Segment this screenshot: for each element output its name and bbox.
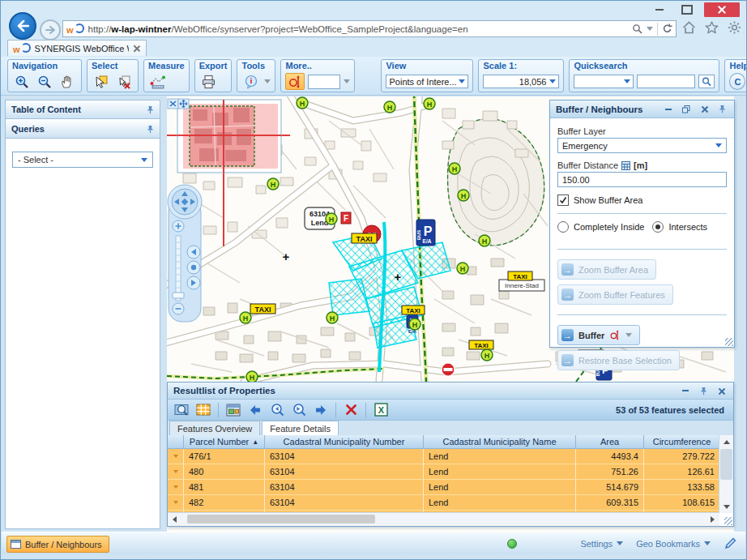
table-row[interactable]: 482 63104 Lend 609.315 108.615 bbox=[168, 495, 719, 511]
panel-restore-button[interactable] bbox=[680, 104, 693, 115]
column-header-area[interactable]: Area bbox=[576, 435, 644, 448]
history-forward-button[interactable] bbox=[187, 276, 200, 289]
horizontal-scrollbar[interactable] bbox=[168, 512, 719, 526]
table-row[interactable]: 481 63104 Lend 514.679 133.58 bbox=[168, 480, 719, 495]
row-expander[interactable] bbox=[168, 480, 184, 494]
panel-titlebar[interactable]: Buffer / Neighbours bbox=[550, 100, 734, 118]
zoom-next-button[interactable] bbox=[289, 401, 309, 418]
settings-menu[interactable]: Settings bbox=[580, 539, 623, 549]
panel-close-button[interactable] bbox=[715, 385, 728, 396]
zoom-to-selection-button[interactable] bbox=[172, 401, 191, 418]
column-header-cadastral-number[interactable]: Cadastral Municipality Number bbox=[265, 435, 424, 448]
forward-button[interactable] bbox=[40, 19, 61, 41]
redline-pencil-icon[interactable] bbox=[724, 536, 737, 550]
remove-selection-button[interactable] bbox=[341, 401, 361, 418]
select-features-button[interactable] bbox=[92, 73, 111, 90]
radio-unchecked-icon[interactable] bbox=[557, 221, 569, 233]
column-header-cadastral-name[interactable]: Cadastral Municipality Name bbox=[424, 435, 576, 448]
query-select-dropdown[interactable]: - Select - bbox=[12, 152, 153, 168]
row-expander[interactable] bbox=[168, 495, 184, 510]
panel-close-button[interactable] bbox=[698, 104, 711, 115]
history-home-button[interactable] bbox=[187, 261, 200, 274]
more-tool-input[interactable] bbox=[308, 75, 340, 89]
home-icon[interactable] bbox=[682, 21, 696, 34]
pan-button[interactable] bbox=[58, 73, 77, 90]
zoom-in-slider-button[interactable] bbox=[173, 220, 184, 232]
window-maximize-button[interactable] bbox=[675, 2, 699, 17]
panel-resize-grip[interactable] bbox=[724, 517, 732, 525]
quicksearch-go-button[interactable] bbox=[698, 75, 715, 88]
geo-bookmarks-menu[interactable]: Geo Bookmarks bbox=[636, 539, 711, 549]
zoom-buffer-area-button[interactable]: → Zoom Buffer Area bbox=[557, 259, 656, 280]
search-icon[interactable] bbox=[632, 24, 642, 34]
buffer-tool-button[interactable] bbox=[285, 73, 305, 90]
sidebar-item-queries[interactable]: Queries bbox=[6, 119, 160, 139]
overview-move-icon[interactable] bbox=[178, 99, 189, 109]
pin-icon[interactable] bbox=[147, 125, 154, 134]
previous-feature-button[interactable] bbox=[245, 401, 265, 418]
restore-base-selection-button[interactable]: → Restore Base Selection bbox=[557, 350, 680, 370]
overview-close-icon[interactable] bbox=[168, 99, 178, 109]
zoom-buffer-features-button[interactable]: → Zoom Buffer Features bbox=[557, 284, 673, 305]
calculator-icon[interactable] bbox=[621, 161, 630, 170]
tab-features-overview[interactable]: Features Overview bbox=[169, 421, 260, 435]
refresh-icon[interactable] bbox=[662, 24, 672, 34]
show-table-button[interactable] bbox=[194, 401, 213, 418]
zoom-out-slider-button[interactable] bbox=[173, 303, 184, 314]
radio-checked-icon[interactable] bbox=[652, 221, 664, 233]
info-tool-button[interactable]: i bbox=[241, 73, 261, 90]
tools-dropdown-icon[interactable] bbox=[264, 79, 271, 83]
window-close-button[interactable] bbox=[704, 2, 740, 17]
panel-minimize-button[interactable] bbox=[662, 104, 675, 115]
taskbar-buffer-neighbours-button[interactable]: Buffer / Neighbours bbox=[6, 536, 109, 553]
zoom-out-button[interactable] bbox=[35, 73, 54, 90]
export-excel-button[interactable]: X bbox=[371, 401, 391, 418]
zoom-slider-thumb[interactable] bbox=[173, 293, 184, 298]
table-row[interactable]: 480 63104 Lend 751.26 126.61 bbox=[168, 464, 719, 480]
back-button[interactable] bbox=[9, 12, 36, 40]
search-dropdown-icon[interactable] bbox=[647, 27, 653, 31]
measure-button[interactable] bbox=[148, 73, 168, 90]
panel-titlebar[interactable]: Resultlist of Properties bbox=[168, 383, 733, 400]
compass-pan-control[interactable] bbox=[172, 189, 198, 215]
buffer-layer-dropdown[interactable]: Emergency bbox=[557, 138, 727, 153]
feature-form-button[interactable] bbox=[224, 401, 243, 418]
scroll-left-button[interactable] bbox=[168, 513, 181, 526]
intersects-label[interactable]: Intersects bbox=[668, 222, 707, 232]
zoom-previous-button[interactable] bbox=[267, 401, 287, 418]
panel-minimize-button[interactable] bbox=[679, 385, 692, 396]
favorites-star-icon[interactable] bbox=[705, 21, 719, 34]
zoom-in-button[interactable] bbox=[12, 73, 32, 90]
quicksearch-input[interactable] bbox=[637, 75, 695, 88]
column-header-circumference[interactable]: Circumference bbox=[644, 435, 719, 448]
window-minimize-button[interactable] bbox=[647, 2, 672, 17]
print-button[interactable] bbox=[199, 73, 219, 90]
quicksearch-dropdown[interactable] bbox=[574, 75, 634, 88]
vertical-scrollbar[interactable] bbox=[719, 435, 733, 513]
next-feature-button[interactable] bbox=[311, 401, 331, 418]
column-header-parcel-number[interactable]: Parcel Number▲ bbox=[184, 435, 265, 448]
tab-feature-details[interactable]: Feature Details bbox=[262, 421, 339, 436]
tab-close-icon[interactable] bbox=[133, 45, 141, 53]
table-row[interactable]: 476/1 63104 Lend 4493.4 279.722 bbox=[168, 449, 719, 464]
row-expander[interactable] bbox=[168, 449, 184, 464]
address-bar[interactable]: w http://w-lap-wintner/WebOffice/synserv… bbox=[62, 20, 677, 37]
completely-inside-label[interactable]: Completely Inside bbox=[574, 222, 644, 232]
panel-pin-button[interactable] bbox=[715, 104, 728, 115]
sidebar-item-table-of-content[interactable]: Table of Content bbox=[6, 100, 160, 119]
history-back-button[interactable] bbox=[187, 246, 200, 259]
scale-field[interactable]: 18,056 bbox=[483, 75, 559, 88]
buffer-distance-input[interactable] bbox=[557, 172, 727, 187]
overview-map-inset[interactable] bbox=[177, 100, 281, 173]
panel-resize-grip[interactable] bbox=[725, 338, 733, 346]
view-dropdown[interactable]: Points of Intere... bbox=[386, 75, 468, 88]
horizontal-scroll-thumb[interactable] bbox=[187, 515, 375, 524]
show-buffer-area-option[interactable]: Show Buffer Area bbox=[557, 195, 727, 206]
copyright-button[interactable]: C bbox=[729, 73, 745, 90]
browser-tab[interactable]: w SYNERGIS WebOffice Web... bbox=[7, 40, 147, 56]
scroll-up-button[interactable] bbox=[719, 435, 733, 448]
map-navigation-widget[interactable] bbox=[168, 185, 202, 322]
settings-gear-icon[interactable] bbox=[728, 21, 741, 34]
checkbox-checked-icon[interactable] bbox=[557, 195, 569, 206]
vertical-scroll-thumb[interactable] bbox=[720, 449, 732, 480]
